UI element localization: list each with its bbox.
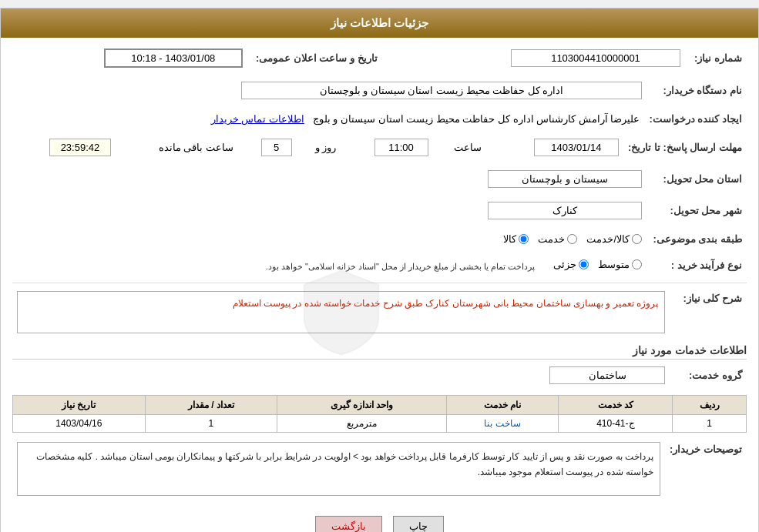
info-khadamat-title: اطلاعات خدمات مورد نیاز — [12, 344, 747, 360]
row8-table: نوع فرآیند خرید : متوسط جزئی پرداخت تمام… — [12, 256, 747, 275]
mohlat-date-field: 1403/01/14 — [534, 139, 619, 156]
col-tarikh: تاریخ نیاز — [13, 396, 146, 415]
page-header: جزئیات اطلاعات نیاز — [1, 8, 758, 38]
back-button[interactable]: بازگشت — [315, 516, 382, 532]
gorohe-khedmat-value: ساختمان — [12, 363, 670, 387]
col-radif: ردیف — [673, 396, 747, 415]
col-kod: کد خدمت — [559, 396, 673, 415]
sharh-koli-content: پروژه تعمیر و بهسازی ساختمان محیط بانی ش… — [12, 288, 670, 336]
name-dasgah-label: نام دستگاه خریدار: — [646, 79, 747, 102]
mohlat-roz-label-cell: روز و — [297, 136, 341, 159]
table-cell: ج-41-410 — [559, 415, 673, 433]
page-content: شماره نیاز: 1103004410000001 تاریخ و ساع… — [1, 38, 758, 532]
radio-jozyi[interactable]: جزئی — [553, 259, 589, 270]
tarikhe-elaan-label: تاریخ و ساعت اعلان عمومی: — [247, 45, 386, 71]
name-dasgah-field: اداره کل حفاظت محیط زیست استان سیستان و … — [241, 82, 642, 99]
col-tedad: تعداد / مقدار — [145, 396, 277, 415]
page-title: جزئیات اطلاعات نیاز — [331, 16, 428, 29]
radio-kala-khedmat-label: کالا/خدمت — [586, 233, 630, 245]
mohlat-mande-label-cell: ساعت باقی مانده — [116, 136, 238, 159]
row5-table: استان محل تحویل: سیستان و بلوچستان — [12, 167, 747, 191]
shahr-label: شهر محل تحویل: — [646, 199, 747, 223]
ostan-label: استان محل تحویل: — [646, 167, 747, 191]
radio-moutaset[interactable]: متوسط — [598, 259, 642, 270]
row2-table: نام دستگاه خریدار: اداره کل حفاظت محیط ز… — [12, 79, 747, 102]
radio-kala-label: کالا — [503, 233, 516, 245]
mohlat-saat-field: 11:00 — [374, 139, 428, 156]
tosiyat-content: پرداخت به صورت نقد و پس از تایید کار توس… — [12, 439, 665, 499]
noe-farayand-note: پرداخت تمام یا بخشی از مبلغ خریدار از مح… — [266, 262, 536, 271]
row6-table: شهر محل تحویل: کنارک — [12, 199, 747, 223]
table-cell: 1403/04/16 — [13, 415, 146, 433]
mohlat-saat-label-cell: ساعت — [433, 136, 487, 159]
shomara-niaz-value: 1103004410000001 — [401, 45, 685, 71]
sharh-koli-container: پروژه تعمیر و بهسازی ساختمان محیط بانی ش… — [17, 291, 665, 333]
radio-khedmat[interactable]: خدمت — [538, 233, 577, 245]
ij-prefix-text: علیرضا آرامش کارشناس اداره کل حفاظت محیط… — [313, 113, 640, 125]
shahr-field: کنارک — [488, 202, 642, 219]
mohlat-saat-label: ساعت — [454, 142, 482, 153]
row4-table: مهلت ارسال پاسخ: تا تاریخ: 1403/01/14 سا… — [12, 136, 747, 159]
ij-contact-link[interactable]: اطلاعات تماس خریدار — [211, 113, 304, 125]
tabaghe-label: طبقه بندی موضوعی: — [646, 230, 747, 248]
table-cell: ساخت بنا — [446, 415, 559, 433]
shomara-niaz-label: شماره نیاز: — [685, 45, 747, 71]
radio-moutaset-label: متوسط — [598, 259, 630, 270]
radio-kala[interactable]: کالا — [503, 233, 529, 245]
gorohe-khedmat-label: گروه خدمت: — [670, 363, 747, 387]
gorohe-khedmat-table: گروه خدمت: ساختمان — [12, 363, 747, 387]
table-cell: 1 — [673, 415, 747, 433]
radio-khedmat-label: خدمت — [538, 233, 565, 245]
mohlat-roz-cell: 5 — [238, 136, 297, 159]
tarikhe-elaan-field: 1403/01/08 - 10:18 — [104, 49, 243, 68]
col-vahed: واحد اندازه گیری — [277, 396, 447, 415]
ostan-field: سیستان و بلوچستان — [488, 170, 642, 188]
table-cell: 1 — [145, 415, 277, 433]
sharh-koli-table: شرح کلی نیاز: پروژه تعمیر و بهسازی ساختم… — [12, 288, 747, 336]
radio-kala-khedmat-input[interactable] — [632, 234, 642, 244]
radio-kala-input[interactable] — [519, 234, 529, 244]
row3-table: ایجاد کننده درخواست: علیرضا آرامش کارشنا… — [12, 110, 747, 128]
radio-kala-khedmat[interactable]: کالا/خدمت — [586, 233, 642, 245]
table-row: 1ج-41-410ساخت بنامترمربع11403/04/16 — [13, 415, 747, 433]
name-dasgah-value: اداره کل حفاظت محیط زیست استان سیستان و … — [12, 79, 646, 102]
print-button[interactable]: چاپ — [393, 516, 444, 532]
tosiyat-table: توصیحات خریدار: پرداخت به صورت نقد و پس … — [12, 439, 747, 499]
radio-jozyi-input[interactable] — [579, 259, 589, 269]
mohlat-roz-field: 5 — [261, 139, 292, 156]
radio-khedmat-input[interactable] — [567, 234, 577, 244]
footer-buttons: چاپ بازگشت — [12, 507, 747, 532]
shomara-niaz-field: 1103004410000001 — [511, 49, 680, 67]
mohlat-date-cell: 1403/01/14 — [486, 136, 623, 159]
tabaghe-radios: کالا/خدمت خدمت کالا — [12, 230, 646, 248]
ostan-value: سیستان و بلوچستان — [12, 167, 646, 191]
ij-label: ایجاد کننده درخواست: — [644, 110, 747, 128]
sharh-koli-text: پروژه تعمیر و بهسازی ساختمان محیط بانی ش… — [233, 298, 658, 309]
radio-jozyi-label: جزئی — [553, 259, 576, 270]
tosiyat-text: پرداخت به صورت نقد و پس از تایید کار توس… — [36, 451, 653, 477]
row7-table: طبقه بندی موضوعی: کالا/خدمت خدمت — [12, 230, 747, 248]
row1-table: شماره نیاز: 1103004410000001 تاریخ و ساع… — [12, 45, 747, 71]
shahr-value: کنارک — [12, 199, 646, 223]
tosiyat-box: پرداخت به صورت نقد و پس از تایید کار توس… — [17, 442, 660, 496]
tosiyat-label: توصیحات خریدار: — [665, 439, 747, 499]
col-nam: نام خدمت — [446, 396, 559, 415]
services-table: ردیف کد خدمت نام خدمت واحد اندازه گیری ت… — [12, 395, 747, 433]
sharh-koli-label: شرح کلی نیاز: — [670, 288, 747, 336]
noe-farayand-content: متوسط جزئی پرداخت تمام یا بخشی از مبلغ خ… — [12, 256, 646, 275]
mohlat-label: مهلت ارسال پاسخ: تا تاریخ: — [623, 136, 747, 159]
main-container: جزئیات اطلاعات نیاز شماره نیاز: 11030044… — [0, 8, 759, 532]
mohlat-roz-label: روز و — [315, 142, 337, 153]
noe-farayand-group: متوسط جزئی — [553, 259, 642, 270]
ij-value: علیرضا آرامش کارشناس اداره کل حفاظت محیط… — [12, 110, 644, 128]
mohlat-saat-cell: 11:00 — [341, 136, 432, 159]
mohlat-mande-cell: 23:59:42 — [12, 136, 116, 159]
radio-moutaset-input[interactable] — [632, 259, 642, 269]
table-cell: مترمربع — [277, 415, 447, 433]
noe-farayand-label: نوع فرآیند خرید : — [646, 256, 747, 275]
mohlat-mande-label: ساعت باقی مانده — [159, 142, 233, 153]
sharh-koli-box: پروژه تعمیر و بهسازی ساختمان محیط بانی ش… — [17, 291, 665, 333]
mohlat-mande-field: 23:59:42 — [49, 139, 111, 156]
gorohe-khedmat-field: ساختمان — [549, 366, 665, 384]
tabaghe-radio-group: کالا/خدمت خدمت کالا — [17, 233, 642, 245]
